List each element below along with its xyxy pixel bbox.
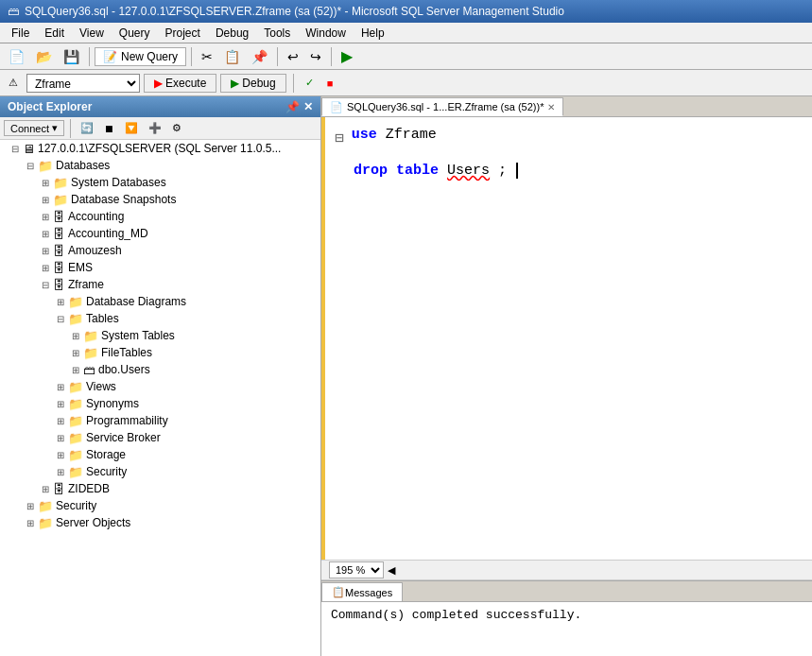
sep1 xyxy=(89,47,90,66)
tree-node-14[interactable]: ⊞📁Views xyxy=(0,378,320,395)
tree-expand-4[interactable]: ⊞ xyxy=(38,212,53,222)
stop-btn[interactable]: ■ xyxy=(322,73,338,94)
tree-node-4[interactable]: ⊞🗄Accounting xyxy=(0,208,320,225)
tree-expand-10[interactable]: ⊟ xyxy=(53,314,68,324)
tree-node-20[interactable]: ⊞🗄ZIDEDB xyxy=(0,480,320,497)
tree-icon-21: 📁 xyxy=(38,499,53,513)
tree-label-14: Views xyxy=(86,380,116,393)
menu-item-window[interactable]: Window xyxy=(298,25,354,42)
tree-icon-6: 🗄 xyxy=(53,244,65,258)
copy-btn[interactable]: 📋 xyxy=(219,46,245,67)
tree-expand-1[interactable]: ⊟ xyxy=(23,161,38,171)
oe-collapse-btn[interactable]: ➕ xyxy=(145,120,165,136)
menu-item-file[interactable]: File xyxy=(4,25,37,42)
new-file-btn[interactable]: 📄 xyxy=(4,46,29,67)
oe-pin-icon[interactable]: 📌 xyxy=(285,100,300,113)
tree-expand-19[interactable]: ⊞ xyxy=(53,467,68,477)
menu-item-tools[interactable]: Tools xyxy=(256,25,298,42)
tree-expand-22[interactable]: ⊞ xyxy=(23,518,38,528)
tree-expand-9[interactable]: ⊞ xyxy=(53,297,68,307)
messages-text: Command(s) completed successfully. xyxy=(331,608,581,622)
tree-node-1[interactable]: ⊟📁Databases xyxy=(0,157,320,174)
tree-expand-17[interactable]: ⊞ xyxy=(53,433,68,443)
tree-expand-5[interactable]: ⊞ xyxy=(38,229,53,239)
tree-expand-7[interactable]: ⊞ xyxy=(38,263,53,273)
check-btn[interactable]: ✓ xyxy=(301,73,319,94)
tree-expand-14[interactable]: ⊞ xyxy=(53,382,68,392)
oe-close-icon[interactable]: ✕ xyxy=(303,100,313,113)
connect-button[interactable]: Connect ▾ xyxy=(4,120,64,136)
tree-node-16[interactable]: ⊞📁Programmability xyxy=(0,412,320,429)
zoom-arrow-icon[interactable]: ◀ xyxy=(388,564,395,577)
tree-expand-6[interactable]: ⊞ xyxy=(38,246,53,256)
tree-node-22[interactable]: ⊞📁Server Objects xyxy=(0,514,320,531)
debug-button[interactable]: ▶ Debug xyxy=(220,74,285,93)
tree-expand-20[interactable]: ⊞ xyxy=(38,484,53,494)
new-query-label: New Query xyxy=(121,50,178,63)
undo-btn[interactable]: ↩ xyxy=(283,46,303,67)
menu-item-project[interactable]: Project xyxy=(158,25,208,42)
oe-toolbar: Connect ▾ 🔄 ⏹ 🔽 ➕ ⚙ xyxy=(0,117,320,140)
redo-btn[interactable]: ↪ xyxy=(305,46,326,67)
tree-node-19[interactable]: ⊞📁Security xyxy=(0,463,320,480)
tree-label-8: Zframe xyxy=(68,278,104,291)
new-query-button[interactable]: 📝 New Query xyxy=(95,47,186,66)
execute-button[interactable]: ▶ Execute xyxy=(144,74,216,93)
tree-expand-15[interactable]: ⊞ xyxy=(53,399,68,409)
tree-node-21[interactable]: ⊞📁Security xyxy=(0,497,320,514)
tree-node-17[interactable]: ⊞📁Service Broker xyxy=(0,429,320,446)
tree-expand-21[interactable]: ⊞ xyxy=(23,501,38,511)
tree-expand-2[interactable]: ⊞ xyxy=(38,178,53,188)
menu-item-view[interactable]: View xyxy=(72,25,112,42)
menu-item-query[interactable]: Query xyxy=(112,25,158,42)
open-btn[interactable]: 📂 xyxy=(31,46,57,67)
oe-refresh-btn[interactable]: 🔄 xyxy=(77,120,97,136)
tree-node-13[interactable]: ⊞🗃dbo.Users xyxy=(0,361,320,378)
menu-item-help[interactable]: Help xyxy=(354,25,392,42)
tree-label-18: Storage xyxy=(86,448,126,461)
tree-node-5[interactable]: ⊞🗄Accounting_MD xyxy=(0,225,320,242)
connect-label: Connect xyxy=(10,123,49,134)
tree-expand-16[interactable]: ⊞ xyxy=(53,416,68,426)
tree-node-7[interactable]: ⊞🗄EMS xyxy=(0,259,320,276)
tree-node-2[interactable]: ⊞📁System Databases xyxy=(0,174,320,191)
tree-expand-13[interactable]: ⊞ xyxy=(68,365,83,375)
zoom-select[interactable]: 100 %150 %195 %200 % xyxy=(329,561,384,578)
tree-node-3[interactable]: ⊞📁Database Snapshots xyxy=(0,191,320,208)
tree-node-12[interactable]: ⊞📁FileTables xyxy=(0,344,320,361)
tree-node-8[interactable]: ⊟🗄Zframe xyxy=(0,276,320,293)
menu-item-edit[interactable]: Edit xyxy=(37,25,72,42)
tree-expand-11[interactable]: ⊞ xyxy=(68,331,83,341)
paste-btn[interactable]: 📌 xyxy=(247,46,272,67)
tree-node-10[interactable]: ⊟📁Tables xyxy=(0,310,320,327)
tree-expand-3[interactable]: ⊞ xyxy=(38,195,53,205)
object-explorer-header: Object Explorer 📌 ✕ xyxy=(0,96,320,117)
editor-tab[interactable]: 📄 SQLQuery36.sql - 1...ER.Zframe (sa (52… xyxy=(321,97,563,116)
tree-node-9[interactable]: ⊞📁Database Diagrams xyxy=(0,293,320,310)
tree-expand-8[interactable]: ⊟ xyxy=(38,280,53,290)
oe-filter-btn[interactable]: 🔽 xyxy=(121,120,142,136)
collapse-icon-1[interactable]: ⊟ xyxy=(335,129,344,147)
tree-node-18[interactable]: ⊞📁Storage xyxy=(0,446,320,463)
tb2-btn1[interactable]: ⚠ xyxy=(4,73,23,94)
cut-btn[interactable]: ✂ xyxy=(197,46,217,67)
tree-node-0[interactable]: ⊟🖥127.0.0.1\ZFSQLSERVER (SQL Server 11.0… xyxy=(0,140,320,157)
tab-label: SQLQuery36.sql - 1...ER.Zframe (sa (52))… xyxy=(347,101,544,112)
messages-tab[interactable]: 📋 Messages xyxy=(321,582,403,601)
tree-node-15[interactable]: ⊞📁Synonyms xyxy=(0,395,320,412)
menu-item-debug[interactable]: Debug xyxy=(208,25,256,42)
tab-close-btn[interactable]: ✕ xyxy=(547,102,555,112)
oe-stop-btn[interactable]: ⏹ xyxy=(100,121,118,136)
tree-expand-0[interactable]: ⊟ xyxy=(8,144,23,154)
tree-node-6[interactable]: ⊞🗄Amouzesh xyxy=(0,242,320,259)
run-btn[interactable]: ▶ xyxy=(337,46,357,67)
db-identifier: Zframe xyxy=(386,127,437,143)
tree-label-7: EMS xyxy=(68,261,93,274)
save-btn[interactable]: 💾 xyxy=(59,46,84,67)
tree-expand-12[interactable]: ⊞ xyxy=(68,348,83,358)
tree-expand-18[interactable]: ⊞ xyxy=(53,450,68,460)
database-select[interactable]: Zframe xyxy=(26,74,140,93)
tree-node-11[interactable]: ⊞📁System Tables xyxy=(0,327,320,344)
oe-props-btn[interactable]: ⚙ xyxy=(168,120,185,136)
code-editor[interactable]: ⊟ use Zframe drop table Users ; xyxy=(321,117,812,560)
